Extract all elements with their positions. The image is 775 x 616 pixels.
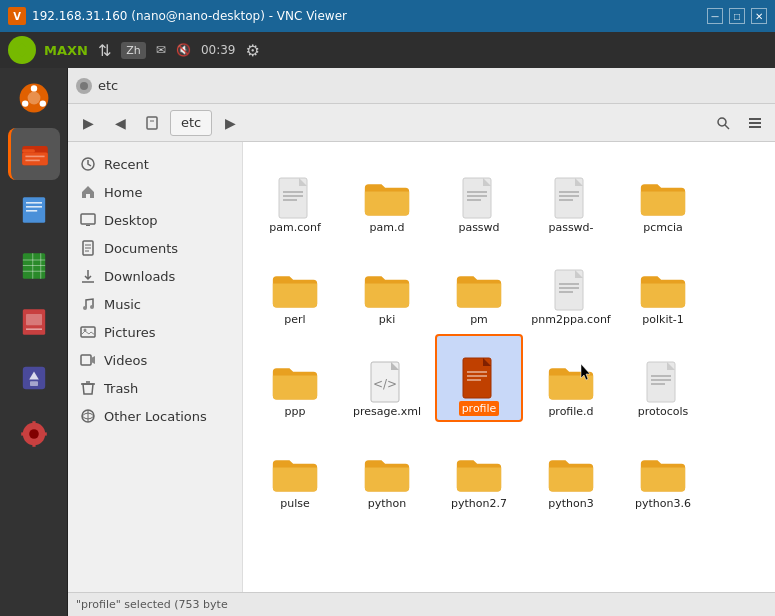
file-item[interactable]: protocols xyxy=(619,334,707,422)
nvidia-logo xyxy=(8,36,36,64)
forward-button[interactable]: ▶ xyxy=(74,109,102,137)
file-item[interactable]: python xyxy=(343,426,431,514)
file-item[interactable]: polkit-1 xyxy=(619,242,707,330)
file-item[interactable]: pki xyxy=(343,242,431,330)
keyboard-layout[interactable]: Zh xyxy=(121,42,146,59)
file-name: passwd xyxy=(458,221,499,234)
svg-rect-15 xyxy=(22,260,44,261)
svg-point-1 xyxy=(27,92,40,105)
folder-icon xyxy=(269,269,321,311)
fm-current-location: etc xyxy=(98,78,118,93)
svg-text:</>: </> xyxy=(373,377,397,391)
folder-icon xyxy=(637,453,689,495)
ubuntu-launcher[interactable] xyxy=(8,72,60,124)
sidebar-item-home[interactable]: Home xyxy=(68,178,242,206)
svg-rect-7 xyxy=(22,152,48,165)
folder-icon xyxy=(545,453,597,495)
fm-content: Recent Home Desktop Documents Downloads xyxy=(68,142,775,592)
svg-point-34 xyxy=(718,118,726,126)
main-layout: etc ▶ ◀ etc ▶ xyxy=(0,68,775,616)
folder-icon xyxy=(637,269,689,311)
file-item[interactable]: pm xyxy=(435,242,523,330)
file-icon xyxy=(545,269,597,311)
file-icon xyxy=(269,177,321,219)
fm-toolbar: ▶ ◀ etc ▶ xyxy=(68,104,775,142)
file-item[interactable]: pnm2ppa.conf xyxy=(527,242,615,330)
svg-rect-28 xyxy=(32,440,35,446)
presentation-launcher[interactable] xyxy=(8,296,60,348)
svg-rect-32 xyxy=(147,117,157,129)
file-item[interactable]: </> presage.xml xyxy=(343,334,431,422)
volume-icon: 🔇 xyxy=(176,43,191,57)
svg-rect-17 xyxy=(22,271,44,272)
fm-statusbar: "profile" selected (753 byte xyxy=(68,592,775,616)
view-options-button[interactable] xyxy=(741,109,769,137)
svg-point-26 xyxy=(29,429,39,439)
svg-rect-9 xyxy=(25,160,39,162)
file-item[interactable]: python2.7 xyxy=(435,426,523,514)
file-item[interactable]: python3.6 xyxy=(619,426,707,514)
sidebar-item-music[interactable]: Music xyxy=(68,290,242,318)
file-name: profile.d xyxy=(548,405,593,418)
svg-rect-30 xyxy=(40,432,46,435)
back-button[interactable]: ◀ xyxy=(106,109,134,137)
file-item[interactable]: perl xyxy=(251,242,339,330)
file-item[interactable]: pulse xyxy=(251,426,339,514)
folder-icon xyxy=(637,177,689,219)
svg-rect-19 xyxy=(40,253,41,279)
file-item[interactable]: pcmcia xyxy=(619,150,707,238)
sidebar-item-downloads[interactable]: Downloads xyxy=(68,262,242,290)
file-item[interactable]: ppp xyxy=(251,334,339,422)
search-button[interactable] xyxy=(709,109,737,137)
sidebar-item-trash[interactable]: Trash xyxy=(68,374,242,402)
close-button[interactable]: ✕ xyxy=(751,8,767,24)
system-settings-launcher[interactable] xyxy=(8,408,60,460)
sidebar-item-other-locations[interactable]: Other Locations xyxy=(68,402,242,430)
file-name: pnm2ppa.conf xyxy=(531,313,611,326)
sidebar-item-desktop[interactable]: Desktop xyxy=(68,206,242,234)
svg-rect-13 xyxy=(26,210,37,212)
spreadsheet-launcher[interactable] xyxy=(8,240,60,292)
file-item[interactable]: passwd- xyxy=(527,150,615,238)
folder-icon xyxy=(453,269,505,311)
breadcrumb-item-etc[interactable]: etc xyxy=(175,113,207,132)
folder-icon xyxy=(361,177,413,219)
folder-icon xyxy=(269,453,321,495)
application-dock xyxy=(0,68,68,616)
file-item[interactable]: python3 xyxy=(527,426,615,514)
sidebar-item-videos[interactable]: Videos xyxy=(68,346,242,374)
breadcrumb: etc xyxy=(170,110,212,136)
file-name: python3.6 xyxy=(635,497,691,510)
svg-rect-11 xyxy=(26,202,42,204)
file-icon xyxy=(453,357,505,399)
file-item[interactable]: pam.conf xyxy=(251,150,339,238)
file-name: python2.7 xyxy=(451,497,507,510)
svg-rect-29 xyxy=(21,432,27,435)
svg-rect-16 xyxy=(22,265,44,266)
svg-rect-27 xyxy=(32,421,35,427)
sidebar-item-documents[interactable]: Documents xyxy=(68,234,242,262)
maximize-button[interactable]: □ xyxy=(729,8,745,24)
settings-icon[interactable]: ⚙ xyxy=(245,41,259,60)
file-item-profile[interactable]: profile xyxy=(435,334,523,422)
files-launcher[interactable] xyxy=(8,128,60,180)
folder-icon xyxy=(269,361,321,403)
minimize-button[interactable]: ─ xyxy=(707,8,723,24)
file-name: pki xyxy=(379,313,395,326)
clock: 00:39 xyxy=(201,43,236,57)
svg-rect-18 xyxy=(32,253,33,279)
svg-rect-21 xyxy=(26,314,42,325)
taskbar: MAXN ⇅ Zh ✉ 🔇 00:39 ⚙ xyxy=(0,32,775,68)
file-item[interactable]: profile.d xyxy=(527,334,615,422)
app-store-launcher[interactable] xyxy=(8,352,60,404)
svg-rect-6 xyxy=(22,149,35,152)
bookmark-button[interactable] xyxy=(138,109,166,137)
breadcrumb-next[interactable]: ▶ xyxy=(216,109,244,137)
file-item[interactable]: passwd xyxy=(435,150,523,238)
network-icon: ⇅ xyxy=(98,41,111,60)
sidebar-item-recent[interactable]: Recent xyxy=(68,150,242,178)
svg-point-31 xyxy=(80,82,88,90)
text-editor-launcher[interactable] xyxy=(8,184,60,236)
sidebar-item-pictures[interactable]: Pictures xyxy=(68,318,242,346)
file-item[interactable]: pam.d xyxy=(343,150,431,238)
